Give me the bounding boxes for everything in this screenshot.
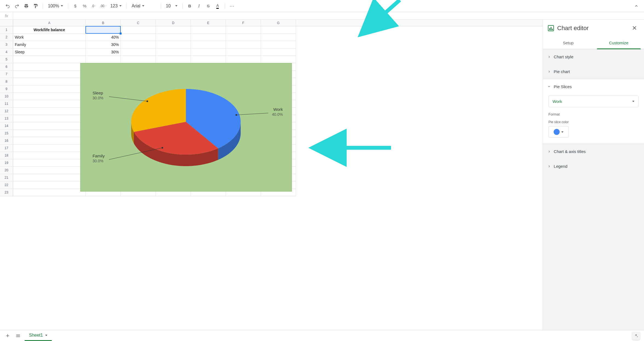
sheet-tab[interactable]: Sheet1 xyxy=(25,330,52,341)
cell-A3[interactable]: Family xyxy=(13,41,86,48)
cell-A9[interactable] xyxy=(13,85,86,93)
cell-F3[interactable] xyxy=(226,41,261,48)
cell-E5[interactable] xyxy=(191,56,226,63)
row-header[interactable]: 12 xyxy=(0,108,13,115)
add-sheet-button[interactable]: + xyxy=(4,332,12,340)
cell-A16[interactable] xyxy=(13,137,86,145)
all-sheets-button[interactable] xyxy=(14,332,22,340)
tab-setup[interactable]: Setup xyxy=(543,37,594,49)
formula-input[interactable] xyxy=(13,12,644,19)
col-header[interactable]: D xyxy=(156,20,191,26)
row-header[interactable]: 23 xyxy=(0,189,13,196)
cell-G5[interactable] xyxy=(261,56,296,63)
cell-C2[interactable] xyxy=(121,34,156,41)
slice-select-dropdown[interactable]: Work xyxy=(548,96,639,107)
col-header[interactable]: E xyxy=(191,20,226,26)
cell-A1[interactable]: Work/life balance xyxy=(13,26,86,34)
section-toggle[interactable]: › Pie Slices xyxy=(543,79,644,94)
cell-E2[interactable] xyxy=(191,34,226,41)
cell-A17[interactable] xyxy=(13,145,86,152)
col-header[interactable]: C xyxy=(121,20,156,26)
cell-A11[interactable] xyxy=(13,100,86,108)
tab-customize[interactable]: Customize xyxy=(594,37,644,49)
explore-button[interactable] xyxy=(632,332,640,340)
font-dropdown[interactable]: Arial xyxy=(130,2,157,10)
cell-A14[interactable] xyxy=(13,122,86,130)
section-chart-axis-titles[interactable]: ›Chart & axis titles xyxy=(543,144,644,159)
col-header[interactable]: B xyxy=(86,20,121,26)
cell-A12[interactable] xyxy=(13,108,86,115)
cell-B1[interactable] xyxy=(86,26,121,34)
cell-B4[interactable]: 30% xyxy=(86,48,121,56)
row-header[interactable]: 13 xyxy=(0,115,13,122)
cell-D5[interactable] xyxy=(156,56,191,63)
cell-F1[interactable] xyxy=(226,26,261,34)
cell-D4[interactable] xyxy=(156,48,191,56)
cell-C5[interactable] xyxy=(121,56,156,63)
spreadsheet[interactable]: A B C D E F G 1Work/life balance2Work40%… xyxy=(0,20,543,330)
cell-A4[interactable]: Sleep xyxy=(13,48,86,56)
cell-D3[interactable] xyxy=(156,41,191,48)
cell-A7[interactable] xyxy=(13,71,86,78)
paint-format-button[interactable] xyxy=(32,2,39,10)
cell-E3[interactable] xyxy=(191,41,226,48)
row-header[interactable]: 15 xyxy=(0,130,13,137)
increase-decimal-button[interactable]: .00→ xyxy=(99,2,107,10)
undo-button[interactable] xyxy=(4,2,12,10)
cell-C3[interactable] xyxy=(121,41,156,48)
strikethrough-button[interactable]: S xyxy=(205,2,212,10)
cell-A5[interactable] xyxy=(13,56,86,63)
cell-A2[interactable]: Work xyxy=(13,34,86,41)
row-header[interactable]: 14 xyxy=(0,122,13,130)
section-chart-style[interactable]: ›Chart style xyxy=(543,49,644,64)
cell-E4[interactable] xyxy=(191,48,226,56)
cell-A23[interactable] xyxy=(13,189,86,196)
more-toolbar-button[interactable]: ⋯ xyxy=(228,2,236,10)
row-header[interactable]: 4 xyxy=(0,48,13,56)
cell-C4[interactable] xyxy=(121,48,156,56)
cell-G4[interactable] xyxy=(261,48,296,56)
cell-D2[interactable] xyxy=(156,34,191,41)
cell-A22[interactable] xyxy=(13,181,86,189)
row-header[interactable]: 21 xyxy=(0,174,13,181)
collapse-toolbar-button[interactable] xyxy=(633,2,640,10)
redo-button[interactable] xyxy=(13,2,21,10)
section-legend[interactable]: ›Legend xyxy=(543,159,644,174)
row-header[interactable]: 17 xyxy=(0,145,13,152)
row-header[interactable]: 20 xyxy=(0,167,13,174)
cell-D1[interactable] xyxy=(156,26,191,34)
col-header[interactable]: A xyxy=(13,20,86,26)
col-header[interactable]: G xyxy=(261,20,296,26)
cell-G1[interactable] xyxy=(261,26,296,34)
close-panel-button[interactable]: ✕ xyxy=(630,24,639,33)
row-header[interactable]: 6 xyxy=(0,63,13,71)
percent-button[interactable]: % xyxy=(81,2,88,10)
row-header[interactable]: 18 xyxy=(0,152,13,159)
row-header[interactable]: 16 xyxy=(0,137,13,145)
row-header[interactable]: 8 xyxy=(0,78,13,85)
row-header[interactable]: 3 xyxy=(0,41,13,48)
pie-chart[interactable]: Work40.0%Family30.0%Sleep30.0% xyxy=(80,63,292,192)
cell-A15[interactable] xyxy=(13,130,86,137)
decrease-decimal-button[interactable]: .0← xyxy=(90,2,98,10)
row-header[interactable]: 7 xyxy=(0,71,13,78)
row-header[interactable]: 5 xyxy=(0,56,13,63)
cell-B3[interactable]: 30% xyxy=(86,41,121,48)
zoom-dropdown[interactable]: 100% xyxy=(46,2,65,10)
row-header[interactable]: 9 xyxy=(0,85,13,93)
cell-F4[interactable] xyxy=(226,48,261,56)
select-all-corner[interactable] xyxy=(0,20,13,26)
fontsize-dropdown[interactable]: 10 xyxy=(164,2,179,10)
bold-button[interactable]: B xyxy=(186,2,194,10)
number-format-dropdown[interactable]: 123 xyxy=(109,2,123,10)
slice-color-dropdown[interactable] xyxy=(548,126,569,138)
cell-A20[interactable] xyxy=(13,167,86,174)
row-header[interactable]: 10 xyxy=(0,93,13,100)
cell-A19[interactable] xyxy=(13,159,86,167)
cell-G3[interactable] xyxy=(261,41,296,48)
cell-A13[interactable] xyxy=(13,115,86,122)
col-header[interactable]: F xyxy=(226,20,261,26)
currency-button[interactable]: $ xyxy=(71,2,79,10)
italic-button[interactable]: I xyxy=(195,2,203,10)
cell-A6[interactable] xyxy=(13,63,86,71)
